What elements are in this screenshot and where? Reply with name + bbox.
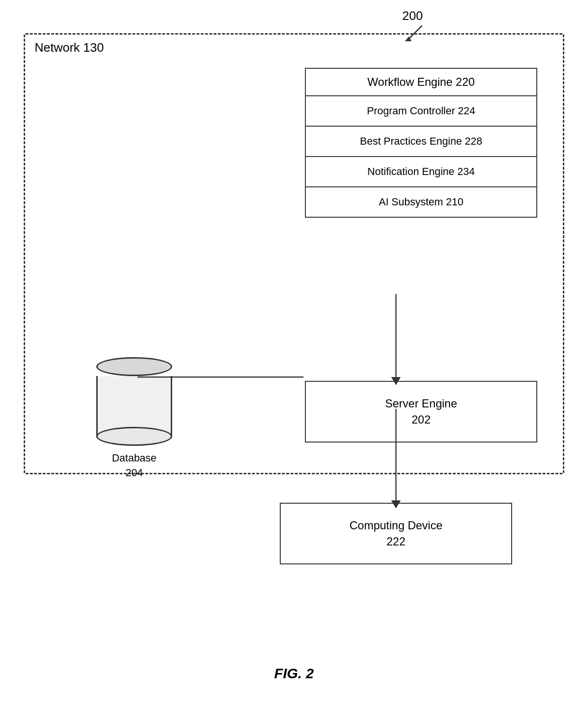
best-practices-engine-box: Best Practices Engine 228	[306, 127, 536, 157]
workflow-engine-title: Workflow Engine 220	[306, 69, 536, 96]
best-practices-engine-label: Best Practices Engine 228	[360, 135, 482, 147]
server-engine-label: Server Engine 202	[385, 396, 457, 427]
computing-device-box: Computing Device 222	[280, 503, 512, 564]
database-cylinder	[96, 357, 172, 438]
database-group: Database 204	[87, 357, 182, 480]
program-controller-label: Program Controller 224	[367, 105, 476, 117]
computing-device-label: Computing Device 222	[349, 517, 442, 549]
cylinder-bottom-ellipse	[96, 427, 172, 446]
cylinder-top	[96, 357, 172, 376]
database-label: Database 204	[112, 451, 156, 480]
notification-engine-label: Notification Engine 234	[368, 166, 475, 177]
network-box: Network 130 Workflow Engine 220 Program …	[24, 33, 564, 474]
server-engine-box: Server Engine 202	[305, 381, 537, 443]
cylinder-body	[96, 376, 172, 438]
program-controller-box: Program Controller 224	[306, 96, 536, 127]
workflow-engine-box: Workflow Engine 220 Program Controller 2…	[305, 68, 537, 218]
ref-number: 200	[402, 9, 423, 23]
ai-subsystem-box: AI Subsystem 210	[306, 187, 536, 217]
network-label: Network 130	[35, 40, 104, 55]
ai-subsystem-label: AI Subsystem 210	[379, 196, 464, 208]
notification-engine-box: Notification Engine 234	[306, 157, 536, 187]
page-container: 200 Network 130 Workflow Engine 220 Prog…	[0, 0, 588, 710]
fig-caption: FIG. 2	[274, 665, 313, 682]
